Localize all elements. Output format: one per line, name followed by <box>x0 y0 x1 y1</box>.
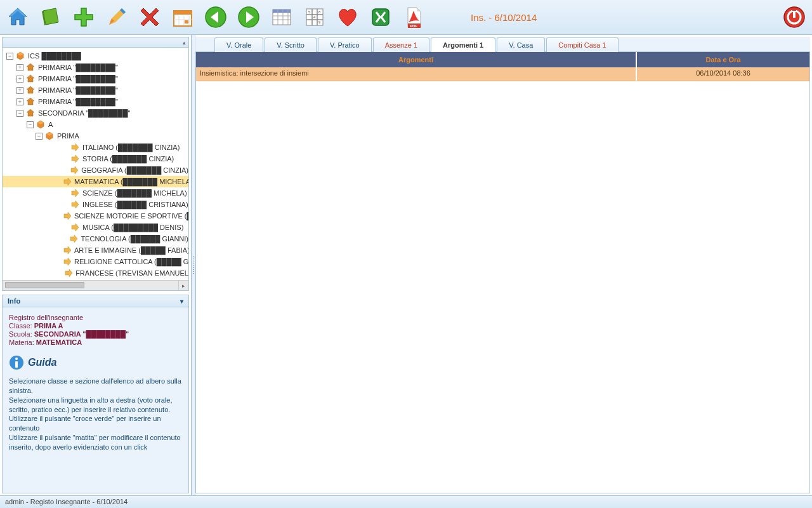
tree-toggle <box>61 236 67 243</box>
grid-header-date[interactable]: Data e Ora <box>637 52 809 67</box>
tree-node-label: PRIMARIA "████████" <box>38 64 118 71</box>
tree-node-label: ICS ████████ <box>28 52 81 60</box>
prev-button[interactable] <box>202 3 230 31</box>
tree-node[interactable]: +PRIMARIA "████████" <box>3 84 188 96</box>
tab-v-casa[interactable]: V. Casa <box>497 37 545 52</box>
table-row[interactable]: Insiemistica: intersezione di insiemi06/… <box>196 67 809 81</box>
tree-node[interactable]: −ICS ████████ <box>3 50 188 62</box>
grid-body: Insiemistica: intersezione di insiemi06/… <box>196 67 809 81</box>
tree-node-label: TECNOLOGIA (██████ GIANNI) <box>81 235 188 243</box>
tree-toggle[interactable]: − <box>16 110 23 117</box>
svg-rect-34 <box>15 361 18 368</box>
tab-assenze-1[interactable]: Assenze 1 <box>373 37 429 52</box>
tree-node[interactable]: −SECONDARIA "████████" <box>3 107 188 119</box>
tree-node-label: FRANCESE (TREVISAN EMANUEL <box>75 269 188 277</box>
tree-node-icon <box>44 131 55 141</box>
tree-node[interactable]: +PRIMARIA "████████" <box>3 62 188 73</box>
pdf-button[interactable]: PDF <box>400 3 428 31</box>
data-grid: Argomenti Data e Ora Insiemistica: inter… <box>195 52 810 493</box>
tree-node-label: GEOGRAFIA (███████ CINZIA) <box>81 166 188 174</box>
tree-toggle[interactable]: + <box>16 64 23 71</box>
add-button[interactable] <box>70 3 98 31</box>
tree-node[interactable]: TECNOLOGIA (██████ GIANNI) <box>3 233 188 244</box>
tree-toggle[interactable]: + <box>16 76 23 83</box>
tree-toggle[interactable]: + <box>16 87 23 94</box>
tree-scroll-right[interactable]: ▸ <box>178 280 188 290</box>
edit-button[interactable] <box>103 3 131 31</box>
tab-v-orale[interactable]: V. Orale <box>214 37 263 52</box>
tree-node[interactable]: RELIGIONE CATTOLICA (█████ G <box>3 256 188 267</box>
guide-heading: Guida <box>9 355 182 370</box>
svg-rect-1 <box>174 11 192 15</box>
home-button[interactable] <box>4 3 32 31</box>
tree-node[interactable]: INGLESE (██████ CRISTIANA) <box>3 199 188 210</box>
tree-toggle[interactable]: − <box>36 133 43 140</box>
tree-toggle[interactable]: + <box>16 98 23 105</box>
tree-node-icon <box>63 257 72 267</box>
tab-argomenti-1[interactable]: Argomenti 1 <box>431 37 495 52</box>
tree-node-label: SECONDARIA "████████" <box>38 109 130 117</box>
tree-node[interactable]: MUSICA (█████████ DENIS) <box>3 222 188 233</box>
tree-node-icon <box>64 268 73 278</box>
tree-node-icon <box>63 211 72 221</box>
tree-node[interactable]: −PRIMA <box>3 130 188 142</box>
tab-compiti-casa-1[interactable]: Compiti Casa 1 <box>546 37 618 52</box>
tree-node[interactable]: GEOGRAFIA (███████ CINZIA) <box>3 164 188 176</box>
tree-node[interactable]: STORIA (███████ CINZIA) <box>3 153 188 164</box>
next-button[interactable] <box>235 3 263 31</box>
svg-point-33 <box>15 358 18 360</box>
tree-hscrollbar[interactable] <box>3 280 178 290</box>
tree-node[interactable]: SCIENZE MOTORIE E SPORTIVE (█ <box>3 210 188 222</box>
tab-v-pratico[interactable]: V. Pratico <box>318 37 372 52</box>
tree-scroll-up[interactable] <box>3 37 188 48</box>
tree-node[interactable]: −A <box>3 119 188 130</box>
info-header[interactable]: Info <box>3 295 188 307</box>
tree-node-icon <box>25 97 36 107</box>
left-panel: −ICS ████████+PRIMARIA "████████"+PRIMAR… <box>0 35 192 495</box>
grid-button[interactable] <box>268 3 296 31</box>
tree-node-icon <box>25 85 36 95</box>
tree-node[interactable]: ARTE E IMMAGINE (█████ FABIA) <box>3 244 188 256</box>
excel-button[interactable] <box>367 3 395 31</box>
tree-node[interactable]: +PRIMARIA "████████" <box>3 96 188 107</box>
tree-node-icon <box>25 62 36 72</box>
book-button[interactable] <box>37 3 65 31</box>
tree-toggle <box>61 270 62 277</box>
svg-rect-31 <box>792 8 796 11</box>
power-button[interactable] <box>780 3 808 31</box>
tree-node[interactable]: MATEMATICA (███████ MICHELA) <box>3 176 188 187</box>
sudoku-button[interactable]: 5849 <box>301 3 329 31</box>
tree-node[interactable]: +PRIMARIA "████████" <box>3 73 188 84</box>
tree-node-label: PRIMARIA "████████" <box>38 86 118 94</box>
tree-node-icon <box>36 119 46 130</box>
tree-node[interactable]: SCIENZE (███████ MICHELA) <box>3 187 188 199</box>
tree-node-label: INGLESE (██████ CRISTIANA) <box>82 201 188 208</box>
tree-node-label: PRIMA <box>57 132 79 140</box>
heart-button[interactable] <box>334 3 362 31</box>
svg-text:PDF: PDF <box>410 24 417 28</box>
calendar-button[interactable] <box>169 3 197 31</box>
toolbar-date-label: Ins. - 6/10/2014 <box>471 12 537 23</box>
grid-header-arg[interactable]: Argomenti <box>196 52 637 67</box>
tree-node[interactable]: FRANCESE (TREVISAN EMANUEL <box>3 267 188 279</box>
tree-node-label: SCIENZE (███████ MICHELA) <box>82 189 187 197</box>
tree-node-label: MUSICA (█████████ DENIS) <box>82 224 183 231</box>
grid-header: Argomenti Data e Ora <box>196 52 809 67</box>
tree-toggle <box>61 144 68 151</box>
info-icon <box>9 355 24 370</box>
tree-toggle[interactable]: − <box>6 53 13 60</box>
tree-node-icon <box>25 108 36 118</box>
svg-rect-6 <box>185 20 188 23</box>
tree-node-icon <box>63 177 72 187</box>
content-area: V. OraleV. ScrittoV. PraticoAssenze 1Arg… <box>195 35 812 495</box>
delete-button[interactable] <box>136 3 164 31</box>
tree-toggle[interactable]: − <box>27 121 34 128</box>
tree-node-icon <box>70 222 80 232</box>
tree-node-label: PRIMARIA "████████" <box>38 98 118 105</box>
status-bar: admin - Registo Insegnante - 6/10/2014 <box>0 495 812 508</box>
tab-v-scritto[interactable]: V. Scritto <box>265 37 317 52</box>
tree-node-icon <box>63 245 72 255</box>
tree-node-label: PRIMARIA "████████" <box>38 75 118 83</box>
tree-body[interactable]: −ICS ████████+PRIMARIA "████████"+PRIMAR… <box>3 48 188 280</box>
tree-node[interactable]: ITALIANO (███████ CINZIA) <box>3 142 188 153</box>
